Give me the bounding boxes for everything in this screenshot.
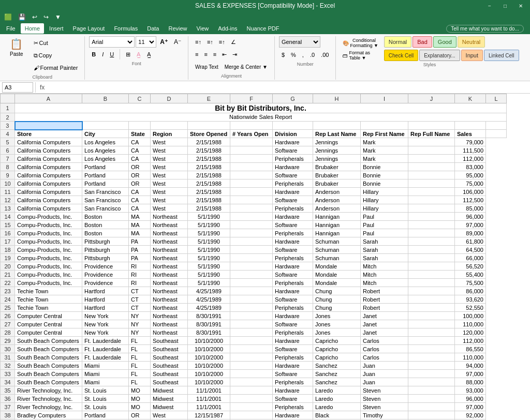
cell-20-1[interactable]: Providence [82,262,129,271]
bold-btn[interactable]: B [89,49,98,60]
cell-5-2[interactable]: CA [129,138,151,146]
menu-review[interactable]: Review [164,23,191,34]
cell-28-0[interactable]: Computer Central [15,328,82,337]
cell-32-8[interactable]: Juan [361,362,408,370]
cell-3-1[interactable] [82,122,129,130]
cell-28-6[interactable]: Peripherals [273,328,313,337]
cell-35-6[interactable]: Hardware [273,386,313,395]
cell-34-7[interactable]: Sanchez [313,378,361,386]
cell-22-8[interactable]: Mitch [361,279,408,287]
cell-11-2[interactable]: CA [129,188,151,196]
cell-5-3[interactable]: West [151,138,188,146]
cell-21-4[interactable]: 5/1/1990 [188,271,230,279]
cell-24-4[interactable]: 4/25/1989 [188,295,230,304]
cell-24-10[interactable]: 93,620 [455,295,486,304]
cell-17-2[interactable]: PA [129,237,151,246]
cell-32-4[interactable]: 10/10/2000 [188,362,230,370]
paste-btn[interactable]: 📋 Paste [4,36,29,63]
search-bar[interactable]: Tell me what you want to do... [446,25,524,33]
cell-5-9[interactable] [408,138,455,146]
cell-17-1[interactable]: Pittsburgh [82,237,129,246]
cell-35-7[interactable]: Laredo [313,386,361,395]
cell-29-4[interactable]: 10/10/2000 [188,337,230,345]
col-header-label-3[interactable]: Region [151,130,188,138]
cell-14-6[interactable]: Hardware [273,213,313,221]
cell-27-9[interactable] [408,320,455,328]
align-top-right-btn[interactable]: ≡↑ [216,36,228,48]
cell-8-6[interactable]: Hardware [273,163,313,171]
cell-7-3[interactable]: West [151,155,188,163]
cell-6-7[interactable]: Jennings [313,146,361,155]
cell-21-5[interactable] [230,271,273,279]
row-num-22[interactable]: 22 [1,279,15,287]
decimal-increase-btn[interactable]: .00 [318,49,331,61]
copy-btn[interactable]: ⧉ Copy [31,50,81,61]
cell-14-10[interactable]: 96,000 [455,213,486,221]
cell-21-0[interactable]: Compu-Products, Inc. [15,271,82,279]
cell-24-8[interactable]: Robert [361,295,408,304]
cell-11-1[interactable]: San Francisco [82,188,129,196]
row-num-33[interactable]: 33 [1,370,15,378]
cell-38-0[interactable]: Bradley Computers [15,411,82,419]
row-num-7[interactable]: 7 [1,155,15,163]
col-header-d[interactable]: D [151,94,188,103]
cell-28-1[interactable]: New York [82,328,129,337]
cell-8-4[interactable]: 2/15/1988 [188,163,230,171]
col-header-g[interactable]: G [273,94,313,103]
close-btn[interactable]: ✕ [513,0,528,11]
cell-27-0[interactable]: Computer Central [15,320,82,328]
cell-36-2[interactable]: MO [129,395,151,403]
cell-8-0[interactable]: California Computers [15,163,82,171]
cell-38-4[interactable]: 12/15/1987 [188,411,230,419]
cell-8-2[interactable]: OR [129,163,151,171]
cell-10-6[interactable]: Peripherals [273,179,313,188]
cell-5-0[interactable]: California Computers [15,138,82,146]
row-num-12[interactable]: 12 [1,196,15,204]
cell-24-0[interactable]: Techie Town [15,295,82,304]
cell-22-3[interactable]: Northeast [151,279,188,287]
row-num-31[interactable]: 31 [1,353,15,362]
cell-17-3[interactable]: Northeast [151,237,188,246]
cell-12-8[interactable]: Hillary [361,196,408,204]
cell-6-2[interactable]: CA [129,146,151,155]
cell-33-1[interactable]: Miami [82,370,129,378]
col-header-b[interactable]: B [82,94,129,103]
cell-28-9[interactable] [408,328,455,337]
cell-27-7[interactable]: Jones [313,320,361,328]
cell-10-8[interactable]: Bonnie [361,179,408,188]
cell-17-8[interactable]: Sarah [361,237,408,246]
cell-26-0[interactable]: Computer Central [15,312,82,320]
cell-21-2[interactable]: RI [129,271,151,279]
cell-18-5[interactable] [230,246,273,254]
col-header-a[interactable]: A [15,94,82,103]
underline-btn[interactable]: U [107,49,116,60]
cell-34-5[interactable] [230,378,273,386]
row-num-20[interactable]: 20 [1,262,15,271]
cell-25-8[interactable]: Robert [361,304,408,312]
col-header-k[interactable]: K [455,94,486,103]
cell-8-10[interactable]: 83,000 [455,163,486,171]
cell-37-4[interactable]: 11/1/2001 [188,403,230,411]
cell-14-3[interactable]: Northeast [151,213,188,221]
cell-7-1[interactable]: Los Angeles [82,155,129,163]
row-num-1[interactable]: 1 [1,103,15,113]
cell-34-9[interactable] [408,378,455,386]
indent-decrease-btn[interactable]: ⇤ [219,49,229,60]
cell-38-9[interactable] [408,411,455,419]
cell-27-2[interactable]: NY [129,320,151,328]
cell-8-5[interactable] [230,163,273,171]
align-right-btn[interactable]: ≡ [211,49,219,60]
cell-20-4[interactable]: 5/1/1990 [188,262,230,271]
cell-6-3[interactable]: West [151,146,188,155]
cell-38-5[interactable] [230,411,273,419]
cell-11-4[interactable]: 2/15/1988 [188,188,230,196]
cell-21-6[interactable]: Software [273,271,313,279]
cell-3-7[interactable] [313,122,361,130]
cell-15-9[interactable] [408,221,455,229]
cell-9-2[interactable]: OR [129,171,151,179]
cell-11-3[interactable]: West [151,188,188,196]
row-num-24[interactable]: 24 [1,295,15,304]
row-num-26[interactable]: 26 [1,312,15,320]
cell-19-5[interactable] [230,254,273,262]
cell-36-3[interactable]: Midwest [151,395,188,403]
